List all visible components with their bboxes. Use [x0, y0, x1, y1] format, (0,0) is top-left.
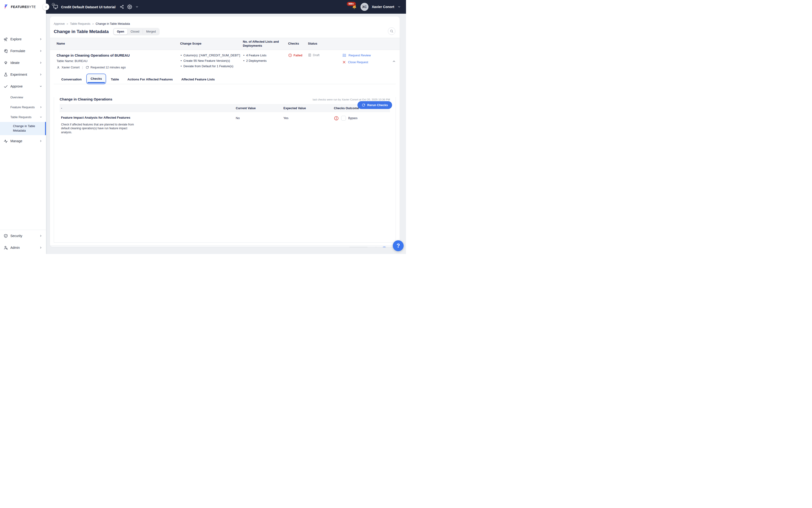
sidebar-item-table-requests[interactable]: Table Requests	[0, 112, 46, 122]
sidebar-item-approve[interactable]: Approve	[0, 80, 46, 92]
pagination-page-1[interactable]: 1	[381, 247, 388, 247]
refresh-icon	[86, 66, 89, 69]
sidebar-item-change-in-table-metadata[interactable]: Change in Table Metadata	[0, 122, 46, 135]
x-close-icon	[342, 60, 346, 64]
request-review-label: Request Review	[349, 53, 371, 57]
table-footer: Results: 1 - 1 of 1 Rows per page: 100 1	[50, 246, 400, 247]
column-header-affected: No. of Affected Lists and Deployments	[243, 38, 288, 50]
sidebar-bottom: Security Admin	[0, 230, 46, 254]
tab-checks[interactable]: Checks	[86, 74, 106, 84]
check-name: Feature Impact Analysis for Affected Fea…	[61, 116, 234, 119]
app-screen: Credit Default Dataset UI tutorial 999+ …	[0, 0, 406, 254]
check-description: Check if affected features that are plan…	[61, 123, 139, 134]
checks-table-row: Feature Impact Analysis for Affected Fea…	[60, 112, 390, 136]
chevron-right-icon	[40, 106, 42, 109]
bypass-checkbox[interactable]	[341, 116, 346, 121]
share-icon[interactable]	[120, 5, 124, 9]
sidebar-item-ideate[interactable]: Ideate	[0, 57, 46, 69]
filter-merged-button[interactable]: Merged	[143, 29, 159, 35]
user-search-icon	[4, 246, 8, 250]
sidebar-item-label: Experiment	[10, 73, 27, 76]
status-label: Draft	[313, 53, 319, 57]
breadcrumb-approve[interactable]: Approve	[54, 22, 65, 26]
user-menu-chevron-down-icon[interactable]	[398, 5, 401, 8]
settings-gear-icon[interactable]	[127, 4, 132, 9]
sidebar-item-manage[interactable]: Manage	[0, 135, 46, 147]
search-button[interactable]	[388, 27, 395, 35]
checklist-icon	[342, 53, 346, 57]
request-table-name: Table Name: BUREAU	[57, 59, 178, 63]
rerun-refresh-icon	[362, 103, 365, 107]
tab-actions-for-affected-features[interactable]: Actions For Affected Features	[124, 75, 177, 84]
sidebar-subitem-label: Overview	[10, 95, 23, 99]
row-collapse-chevron-up-icon[interactable]	[392, 59, 396, 63]
pagination: 1	[372, 247, 396, 247]
sidebar-item-label: Security	[10, 234, 22, 238]
check-expected-value: Yes	[283, 116, 288, 120]
workspace-monitor-icon	[53, 4, 58, 9]
pagination-prev-button[interactable]	[372, 247, 379, 247]
filter-open-button[interactable]: Open	[114, 29, 128, 35]
user-avatar[interactable]: XC	[360, 3, 368, 11]
sidebar-item-security[interactable]: Security	[0, 230, 46, 242]
activity-icon	[4, 139, 8, 143]
rows-per-page-select[interactable]: 100	[348, 247, 369, 247]
request-title[interactable]: Change in Cleaning Operations of BUREAU	[57, 53, 178, 57]
logo-text-feature: FEATURE	[11, 5, 27, 9]
detail-tabs: Conversation Checks Table Actions For Af…	[54, 74, 396, 84]
chevron-right-icon	[39, 61, 42, 64]
requests-table-header: Name Change Scope No. of Affected Lists …	[50, 38, 400, 50]
filter-closed-button[interactable]: Closed	[128, 29, 142, 35]
change-scope-item: Create 55 New Feature Version(s)	[180, 59, 240, 63]
affected-item: 4 Feature Lists	[243, 53, 286, 57]
affected-item: 2 Deployments	[243, 59, 286, 63]
sidebar-subitem-label: Table Requests	[10, 115, 32, 119]
sidebar-item-formulate[interactable]: Formulate	[0, 45, 46, 57]
requests-table: Name Change Scope No. of Affected Lists …	[50, 38, 400, 72]
logo: FEATUREBYTE	[0, 0, 46, 14]
checks-tab-panel: Rerun Checks Change in Cleaning Operatio…	[54, 97, 396, 243]
sidebar-item-overview[interactable]: Overview	[0, 92, 46, 102]
breadcrumb: Approve > Table Requests > Change in Tab…	[54, 22, 396, 26]
sidebar-item-label: Explore	[10, 37, 21, 41]
change-scope-item: Column(s): ['AMT_CREDIT_SUM_DEBT']	[180, 53, 240, 57]
column-header-name: Name	[50, 38, 180, 50]
checks-table-header: - Current Value Expected Value Checks Ou…	[60, 104, 390, 112]
rerun-checks-button[interactable]: Rerun Checks	[357, 101, 392, 109]
breadcrumb-separator: >	[92, 23, 94, 25]
checks-table: - Current Value Expected Value Checks Ou…	[60, 104, 390, 136]
sidebar-item-experiment[interactable]: Experiment	[0, 69, 46, 80]
sidebar-item-feature-requests[interactable]: Feature Requests	[0, 102, 46, 112]
sidebar-item-explore[interactable]: Explore	[0, 33, 46, 45]
outcome-failed-alert-icon	[334, 116, 339, 121]
sidebar-nav: Explore Formulate Ideate	[0, 14, 46, 147]
request-affected-cell: 4 Feature Lists 2 Deployments	[243, 50, 288, 72]
column-header-checks: Checks	[288, 38, 308, 50]
checks-column-name: -	[60, 104, 236, 112]
sidebar-item-label: Ideate	[10, 61, 19, 65]
sidebar-item-label: Formulate	[10, 49, 25, 53]
notifications-bell-icon[interactable]: 999+	[352, 4, 357, 10]
sidebar-item-admin[interactable]: Admin	[0, 242, 46, 254]
lightbulb-icon	[4, 60, 8, 65]
workspace-chevron-down-icon[interactable]	[135, 5, 139, 8]
chevron-right-icon	[39, 38, 42, 41]
close-request-label: Close Request	[348, 60, 368, 64]
tab-affected-feature-lists[interactable]: Affected Feature Lists	[178, 75, 219, 84]
sidebar-collapse-button[interactable]	[43, 4, 49, 10]
help-button[interactable]: ?	[393, 240, 404, 251]
checks-status-label: Failed	[294, 53, 303, 57]
breadcrumb-table-requests[interactable]: Table Requests	[70, 22, 90, 26]
request-checks-cell: Failed	[288, 50, 308, 72]
close-request-link[interactable]: Close Request	[342, 60, 397, 64]
tab-table[interactable]: Table	[107, 75, 123, 84]
check-icon	[4, 84, 8, 89]
check-name-cell: Feature Impact Analysis for Affected Fea…	[60, 112, 236, 136]
sidebar-subitem-label: Change in Table Metadata	[13, 124, 41, 133]
main-content-card: Approve > Table Requests > Change in Tab…	[50, 16, 400, 247]
column-header-actions	[342, 38, 400, 50]
tab-conversation[interactable]: Conversation	[57, 75, 85, 84]
workspace-title: Credit Default Dataset UI tutorial	[61, 5, 116, 9]
request-review-link[interactable]: Request Review	[342, 53, 397, 57]
request-name-cell: Change in Cleaning Operations of BUREAU …	[50, 50, 180, 72]
